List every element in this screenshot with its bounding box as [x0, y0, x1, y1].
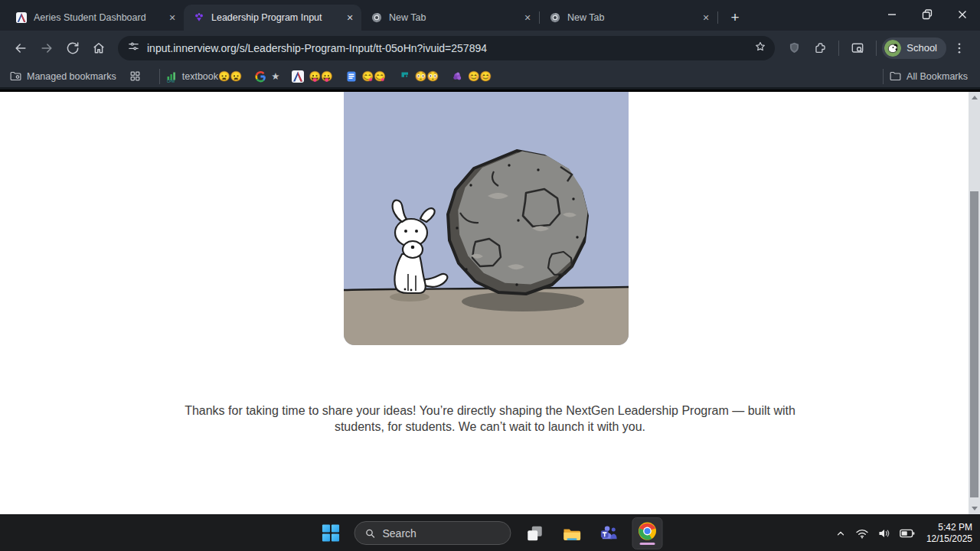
- tray-date: 12/15/2025: [926, 533, 972, 545]
- bookmark-aeries[interactable]: 😛😛: [292, 70, 332, 83]
- file-explorer-icon: [562, 523, 582, 543]
- apps-grid-button[interactable]: [129, 70, 142, 83]
- file-explorer-button[interactable]: [559, 518, 585, 549]
- bookmark-google[interactable]: ★: [254, 70, 279, 83]
- profile-chip[interactable]: School: [882, 37, 946, 59]
- close-window-button[interactable]: [945, 0, 980, 29]
- chrome-gray-favicon: [549, 11, 561, 24]
- windows-taskbar: 5:42 PM 12/15/2025: [0, 514, 980, 551]
- start-button[interactable]: [318, 518, 344, 549]
- tab-title: New Tab: [389, 12, 514, 23]
- thank-you-message: Thanks for taking time to share your ide…: [168, 403, 812, 435]
- managed-bookmarks-label: Managed bookmarks: [27, 71, 116, 82]
- windows-logo-icon: [321, 523, 340, 543]
- google-favicon: [254, 70, 266, 83]
- chrome-gray-favicon: [371, 11, 383, 24]
- new-tab-button[interactable]: +: [724, 7, 746, 28]
- wifi-icon[interactable]: [854, 526, 870, 541]
- aeries-favicon: [15, 11, 28, 24]
- scroll-up-arrow-icon[interactable]: [972, 96, 978, 99]
- tab-new-tab-2[interactable]: New Tab ✕: [540, 5, 717, 31]
- minimize-button[interactable]: [874, 0, 910, 29]
- bookmarks-separator: [883, 69, 884, 84]
- docs-favicon: [345, 70, 358, 83]
- tab-separator: [717, 11, 718, 24]
- profile-name: School: [906, 42, 937, 54]
- tab-title: New Tab: [567, 12, 693, 23]
- chrome-taskbar-button[interactable]: [632, 517, 663, 549]
- tab-aeries-dashboard[interactable]: Aeries Student Dashboard ✕: [6, 5, 184, 31]
- task-view-button[interactable]: [522, 518, 548, 549]
- window-controls: [874, 0, 980, 29]
- teams-icon: [599, 523, 618, 543]
- shield-extension-icon[interactable]: [781, 35, 807, 61]
- aeries-favicon: [292, 70, 304, 83]
- forward-button[interactable]: [34, 35, 60, 61]
- taskbar-search[interactable]: [354, 521, 511, 545]
- bookmark-star-icon[interactable]: [753, 40, 767, 57]
- extensions-puzzle-icon[interactable]: [807, 35, 833, 61]
- formative-favicon: [398, 70, 410, 83]
- volume-icon[interactable]: [877, 526, 892, 541]
- page-content: Thanks for taking time to share your ide…: [0, 92, 980, 514]
- site-settings-tune-icon[interactable]: [127, 40, 140, 56]
- task-view-icon: [526, 524, 544, 543]
- scroll-down-arrow-icon[interactable]: [972, 507, 978, 510]
- system-tray: 5:42 PM 12/15/2025: [834, 515, 980, 551]
- svg-text:CPM: CPM: [167, 79, 175, 83]
- tab-search-icon[interactable]: [844, 35, 871, 61]
- purple-favicon: [451, 70, 463, 83]
- close-tab-icon[interactable]: ✕: [699, 11, 713, 24]
- folder-gear-icon: [9, 70, 22, 83]
- chart-favicon: CPM: [165, 70, 178, 83]
- bookmark-docs[interactable]: 😋😋: [345, 70, 386, 83]
- tab-title: Aeries Student Dashboard: [34, 12, 159, 23]
- tab-new-tab-1[interactable]: New Tab ✕: [361, 5, 539, 31]
- reload-button[interactable]: [60, 35, 86, 61]
- folder-icon: [889, 70, 902, 83]
- tab-leadership-program-input[interactable]: Leadership Program Input ✕: [184, 5, 361, 31]
- close-tab-icon[interactable]: ✕: [343, 11, 357, 24]
- tab-strip: Aeries Student Dashboard ✕ Leadership Pr…: [0, 0, 980, 31]
- tab-title: Leadership Program Input: [211, 12, 337, 23]
- address-bar[interactable]: input.innerview.org/s/Leadership-Program…: [118, 36, 775, 60]
- teams-button[interactable]: [596, 518, 622, 549]
- search-icon: [364, 527, 377, 540]
- browser-toolbar: input.innerview.org/s/Leadership-Program…: [0, 31, 980, 65]
- close-tab-icon[interactable]: ✕: [521, 11, 534, 24]
- comic-illustration: [344, 92, 629, 345]
- sparkle-favicon: [193, 11, 205, 24]
- active-app-indicator: [640, 543, 655, 545]
- managed-bookmarks[interactable]: Managed bookmarks: [9, 70, 116, 83]
- bookmarks-bar: Managed bookmarks CPM textbook😦😦 ★ 😛😛 😋😋…: [0, 65, 980, 90]
- profile-avatar: [884, 40, 901, 57]
- kebab-menu-icon[interactable]: [946, 35, 972, 61]
- chrome-window: Aeries Student Dashboard ✕ Leadership Pr…: [0, 0, 980, 551]
- apps-grid-icon: [129, 70, 142, 83]
- chrome-icon: [638, 521, 658, 541]
- bookmark-formative[interactable]: 😳😳: [398, 70, 439, 83]
- tray-clock[interactable]: 5:42 PM 12/15/2025: [926, 522, 972, 545]
- taskbar-center: [318, 515, 663, 551]
- tray-chevron-icon[interactable]: [834, 527, 848, 540]
- all-bookmarks[interactable]: All Bookmarks: [889, 70, 968, 83]
- tray-time: 5:42 PM: [926, 522, 972, 533]
- battery-icon[interactable]: [899, 526, 916, 541]
- bookmark-textbook[interactable]: CPM textbook😦😦: [165, 70, 242, 83]
- toolbar-separator: [876, 41, 877, 56]
- taskbar-search-input[interactable]: [383, 527, 482, 540]
- scrollbar-thumb[interactable]: [970, 191, 978, 497]
- all-bookmarks-label: All Bookmarks: [906, 71, 968, 82]
- toolbar-separator: [838, 41, 839, 56]
- close-tab-icon[interactable]: ✕: [165, 11, 179, 24]
- back-button[interactable]: [8, 35, 34, 61]
- bookmark-purple[interactable]: 😊😊: [451, 70, 492, 83]
- restore-button[interactable]: [910, 0, 945, 29]
- bookmarks-separator: [159, 69, 160, 84]
- page-scrollbar[interactable]: [969, 92, 980, 514]
- url-text[interactable]: input.innerview.org/s/Leadership-Program…: [147, 42, 746, 54]
- home-button[interactable]: [86, 35, 112, 61]
